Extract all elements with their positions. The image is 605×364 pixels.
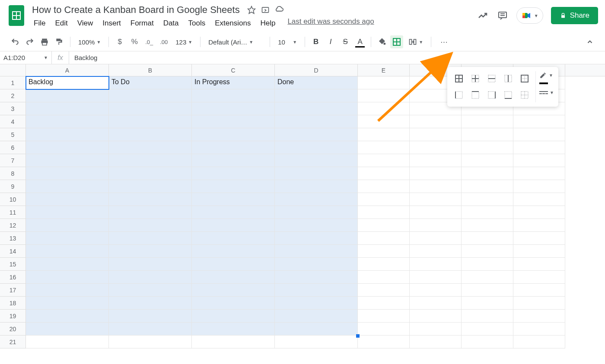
cell-B2[interactable] (109, 89, 192, 102)
cell-H11[interactable] (513, 206, 565, 219)
border-top[interactable] (468, 88, 483, 102)
col-header-B[interactable]: B (109, 64, 192, 76)
cell-E4[interactable] (358, 115, 410, 128)
cell-D6[interactable] (275, 141, 358, 154)
row-header-16[interactable]: 16 (0, 271, 26, 284)
cell-G16[interactable] (462, 271, 513, 284)
col-header-D[interactable]: D (275, 64, 358, 76)
borders-button[interactable] (390, 35, 403, 48)
cell-H10[interactable] (513, 193, 565, 206)
cell-E15[interactable] (358, 258, 410, 271)
cell-D19[interactable] (275, 310, 358, 323)
cell-B1[interactable]: To Do (109, 76, 192, 89)
cell-D21[interactable] (275, 336, 358, 348)
cell-A21[interactable] (26, 336, 109, 348)
row-header-20[interactable]: 20 (0, 323, 26, 336)
cell-G17[interactable] (462, 284, 513, 297)
cell-F8[interactable] (410, 167, 462, 180)
share-button[interactable]: Share (551, 7, 598, 24)
cell-A8[interactable] (26, 167, 109, 180)
cell-B13[interactable] (109, 232, 192, 245)
cell-G21[interactable] (462, 336, 513, 348)
strikethrough-button[interactable]: S (339, 35, 352, 48)
cell-H9[interactable] (513, 180, 565, 193)
cell-A9[interactable] (26, 180, 109, 193)
cell-E13[interactable] (358, 232, 410, 245)
cell-F9[interactable] (410, 180, 462, 193)
cell-B14[interactable] (109, 245, 192, 258)
cell-C3[interactable] (192, 102, 275, 115)
cell-C9[interactable] (192, 180, 275, 193)
cell-E17[interactable] (358, 284, 410, 297)
cell-B19[interactable] (109, 310, 192, 323)
cell-F20[interactable] (410, 323, 462, 336)
cell-A6[interactable] (26, 141, 109, 154)
cell-B15[interactable] (109, 258, 192, 271)
menu-edit[interactable]: Edit (51, 17, 72, 29)
cell-G19[interactable] (462, 310, 513, 323)
cell-C14[interactable] (192, 245, 275, 258)
cell-C10[interactable] (192, 193, 275, 206)
italic-button[interactable]: I (324, 35, 337, 48)
menu-insert[interactable]: Insert (98, 17, 125, 29)
cell-B10[interactable] (109, 193, 192, 206)
cell-F21[interactable] (410, 336, 462, 348)
cell-A14[interactable] (26, 245, 109, 258)
cell-C21[interactable] (192, 336, 275, 348)
cell-H8[interactable] (513, 167, 565, 180)
row-header-6[interactable]: 6 (0, 141, 26, 154)
cell-D13[interactable] (275, 232, 358, 245)
font-size-dropdown[interactable]: 10▼ (274, 37, 300, 47)
cell-D10[interactable] (275, 193, 358, 206)
row-header-15[interactable]: 15 (0, 258, 26, 271)
cell-D1[interactable]: Done (275, 76, 358, 89)
cell-C16[interactable] (192, 271, 275, 284)
cell-E8[interactable] (358, 167, 410, 180)
menu-format[interactable]: Format (126, 17, 158, 29)
print-button[interactable] (38, 35, 51, 48)
more-button[interactable]: ⋯ (437, 35, 450, 48)
row-header-10[interactable]: 10 (0, 193, 26, 206)
cell-B11[interactable] (109, 206, 192, 219)
selection-handle[interactable] (356, 334, 360, 338)
cell-F14[interactable] (410, 245, 462, 258)
border-inner[interactable] (468, 71, 483, 86)
cell-C20[interactable] (192, 323, 275, 336)
cell-C17[interactable] (192, 284, 275, 297)
cell-H20[interactable] (513, 323, 565, 336)
cloud-icon[interactable] (274, 5, 284, 15)
cell-H18[interactable] (513, 297, 565, 310)
cell-D17[interactable] (275, 284, 358, 297)
cell-G4[interactable] (462, 115, 513, 128)
percent-button[interactable]: % (128, 35, 141, 48)
cell-D7[interactable] (275, 154, 358, 167)
row-header-5[interactable]: 5 (0, 128, 26, 141)
cell-A13[interactable] (26, 232, 109, 245)
cell-D8[interactable] (275, 167, 358, 180)
cell-C18[interactable] (192, 297, 275, 310)
cell-C8[interactable] (192, 167, 275, 180)
cell-D2[interactable] (275, 89, 358, 102)
cell-G10[interactable] (462, 193, 513, 206)
border-outer[interactable] (517, 71, 532, 86)
cell-F13[interactable] (410, 232, 462, 245)
fill-color-button[interactable] (376, 35, 388, 48)
border-none[interactable] (517, 88, 532, 102)
cell-C12[interactable] (192, 219, 275, 232)
cell-E11[interactable] (358, 206, 410, 219)
cell-E19[interactable] (358, 310, 410, 323)
menu-help[interactable]: Help (256, 17, 280, 29)
merge-dropdown[interactable]: ▼ (405, 36, 427, 48)
row-header-21[interactable]: 21 (0, 336, 26, 348)
cell-F6[interactable] (410, 141, 462, 154)
cell-F15[interactable] (410, 258, 462, 271)
cell-D11[interactable] (275, 206, 358, 219)
cell-E21[interactable] (358, 336, 410, 348)
currency-button[interactable]: $ (113, 35, 126, 48)
cell-B3[interactable] (109, 102, 192, 115)
cell-H12[interactable] (513, 219, 565, 232)
move-icon[interactable] (261, 5, 270, 15)
cell-D18[interactable] (275, 297, 358, 310)
name-box[interactable]: A1:D20▼ (0, 51, 52, 64)
bold-button[interactable]: B (309, 35, 322, 48)
